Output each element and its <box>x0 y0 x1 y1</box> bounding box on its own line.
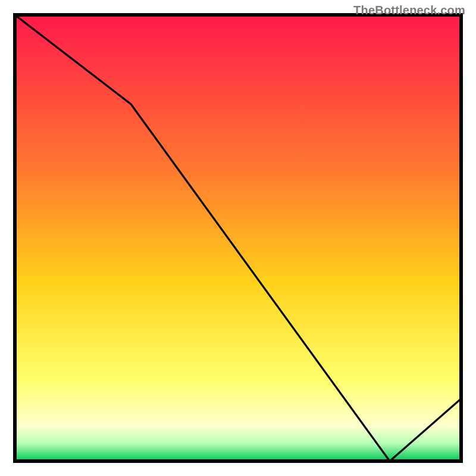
chart-container: TheBottleneck.com <box>0 0 476 476</box>
plot-background <box>15 15 461 461</box>
bottleneck-chart <box>0 0 476 476</box>
watermark-text: TheBottleneck.com <box>353 4 465 17</box>
